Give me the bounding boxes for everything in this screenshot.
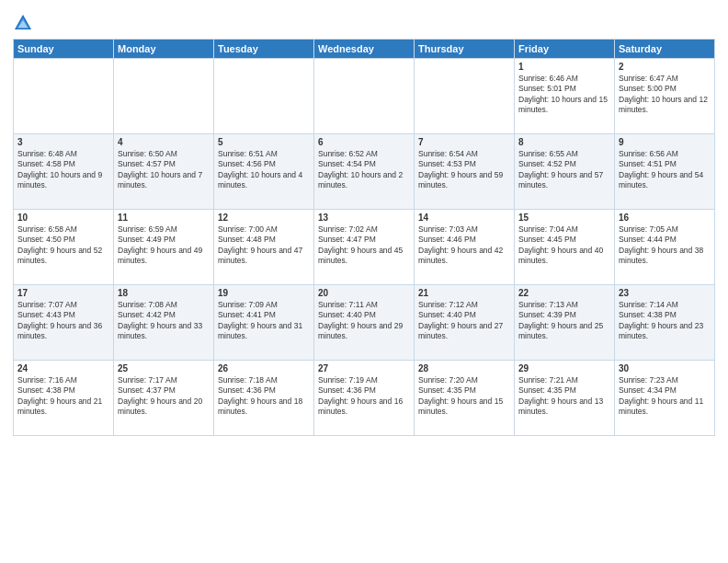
day-cell: 9Sunrise: 6:56 AM Sunset: 4:51 PM Daylig… <box>615 134 715 210</box>
day-number: 15 <box>518 213 610 223</box>
day-number: 25 <box>118 363 210 373</box>
day-number: 18 <box>118 288 210 298</box>
day-cell: 1Sunrise: 6:46 AM Sunset: 5:01 PM Daylig… <box>515 59 615 134</box>
col-header-monday: Monday <box>114 40 214 59</box>
day-number: 11 <box>118 213 210 223</box>
week-row-3: 10Sunrise: 6:58 AM Sunset: 4:50 PM Dayli… <box>14 210 715 285</box>
day-info: Sunrise: 7:17 AM Sunset: 4:37 PM Dayligh… <box>118 375 202 416</box>
day-number: 14 <box>418 213 510 223</box>
day-info: Sunrise: 7:05 AM Sunset: 4:44 PM Dayligh… <box>619 224 703 265</box>
col-header-wednesday: Wednesday <box>314 40 415 59</box>
day-info: Sunrise: 7:04 AM Sunset: 4:45 PM Dayligh… <box>518 224 603 265</box>
day-number: 23 <box>619 288 711 298</box>
day-cell: 6Sunrise: 6:52 AM Sunset: 4:54 PM Daylig… <box>314 134 415 210</box>
day-number: 2 <box>619 62 711 72</box>
day-number: 22 <box>518 288 610 298</box>
day-info: Sunrise: 6:47 AM Sunset: 5:00 PM Dayligh… <box>619 74 708 114</box>
day-cell: 10Sunrise: 6:58 AM Sunset: 4:50 PM Dayli… <box>14 210 114 285</box>
day-number: 3 <box>17 137 109 147</box>
day-cell: 20Sunrise: 7:11 AM Sunset: 4:40 PM Dayli… <box>314 285 415 361</box>
day-number: 20 <box>318 288 410 298</box>
calendar-table: SundayMondayTuesdayWednesdayThursdayFrid… <box>13 39 715 436</box>
day-cell: 26Sunrise: 7:18 AM Sunset: 4:36 PM Dayli… <box>214 361 314 436</box>
day-number: 29 <box>518 363 610 373</box>
day-cell <box>415 59 515 134</box>
day-cell: 25Sunrise: 7:17 AM Sunset: 4:37 PM Dayli… <box>114 361 214 436</box>
day-cell <box>314 59 415 134</box>
week-row-2: 3Sunrise: 6:48 AM Sunset: 4:58 PM Daylig… <box>14 134 715 210</box>
day-number: 26 <box>218 363 310 373</box>
day-info: Sunrise: 7:07 AM Sunset: 4:43 PM Dayligh… <box>17 300 102 340</box>
day-number: 4 <box>118 137 210 147</box>
day-cell: 21Sunrise: 7:12 AM Sunset: 4:40 PM Dayli… <box>415 285 515 361</box>
day-number: 10 <box>17 213 109 223</box>
day-cell <box>14 59 114 134</box>
col-header-tuesday: Tuesday <box>214 40 314 59</box>
day-info: Sunrise: 7:18 AM Sunset: 4:36 PM Dayligh… <box>218 375 302 416</box>
day-cell: 29Sunrise: 7:21 AM Sunset: 4:35 PM Dayli… <box>515 361 615 436</box>
day-cell: 11Sunrise: 6:59 AM Sunset: 4:49 PM Dayli… <box>114 210 214 285</box>
day-number: 27 <box>318 363 410 373</box>
day-cell: 4Sunrise: 6:50 AM Sunset: 4:57 PM Daylig… <box>114 134 214 210</box>
page: SundayMondayTuesdayWednesdayThursdayFrid… <box>0 0 728 563</box>
day-cell: 18Sunrise: 7:08 AM Sunset: 4:42 PM Dayli… <box>114 285 214 361</box>
day-info: Sunrise: 6:55 AM Sunset: 4:52 PM Dayligh… <box>518 149 603 190</box>
day-info: Sunrise: 7:14 AM Sunset: 4:38 PM Dayligh… <box>619 300 703 340</box>
day-number: 13 <box>318 213 410 223</box>
day-info: Sunrise: 7:16 AM Sunset: 4:38 PM Dayligh… <box>17 375 102 416</box>
day-info: Sunrise: 7:11 AM Sunset: 4:40 PM Dayligh… <box>318 300 403 340</box>
day-info: Sunrise: 7:12 AM Sunset: 4:40 PM Dayligh… <box>418 300 503 340</box>
day-number: 17 <box>17 288 109 298</box>
logo-icon <box>13 13 33 33</box>
day-number: 12 <box>218 213 310 223</box>
day-number: 28 <box>418 363 510 373</box>
day-cell: 7Sunrise: 6:54 AM Sunset: 4:53 PM Daylig… <box>415 134 515 210</box>
day-cell: 2Sunrise: 6:47 AM Sunset: 5:00 PM Daylig… <box>615 59 715 134</box>
day-number: 24 <box>17 363 109 373</box>
day-cell: 23Sunrise: 7:14 AM Sunset: 4:38 PM Dayli… <box>615 285 715 361</box>
week-row-1: 1Sunrise: 6:46 AM Sunset: 5:01 PM Daylig… <box>14 59 715 134</box>
day-info: Sunrise: 6:46 AM Sunset: 5:01 PM Dayligh… <box>518 74 608 114</box>
logo <box>13 13 37 33</box>
day-cell: 17Sunrise: 7:07 AM Sunset: 4:43 PM Dayli… <box>14 285 114 361</box>
day-number: 6 <box>318 137 410 147</box>
day-number: 8 <box>518 137 610 147</box>
day-info: Sunrise: 6:56 AM Sunset: 4:51 PM Dayligh… <box>619 149 703 190</box>
day-number: 21 <box>418 288 510 298</box>
day-number: 1 <box>518 62 610 72</box>
day-number: 16 <box>619 213 711 223</box>
header <box>13 9 715 33</box>
header-row: SundayMondayTuesdayWednesdayThursdayFrid… <box>14 40 715 59</box>
day-number: 7 <box>418 137 510 147</box>
col-header-thursday: Thursday <box>415 40 515 59</box>
day-info: Sunrise: 7:03 AM Sunset: 4:46 PM Dayligh… <box>418 224 503 265</box>
day-info: Sunrise: 7:21 AM Sunset: 4:35 PM Dayligh… <box>518 375 603 416</box>
day-info: Sunrise: 6:54 AM Sunset: 4:53 PM Dayligh… <box>418 149 503 190</box>
day-cell: 16Sunrise: 7:05 AM Sunset: 4:44 PM Dayli… <box>615 210 715 285</box>
day-info: Sunrise: 7:23 AM Sunset: 4:34 PM Dayligh… <box>619 375 703 416</box>
day-info: Sunrise: 7:19 AM Sunset: 4:36 PM Dayligh… <box>318 375 403 416</box>
day-cell: 13Sunrise: 7:02 AM Sunset: 4:47 PM Dayli… <box>314 210 415 285</box>
day-cell: 28Sunrise: 7:20 AM Sunset: 4:35 PM Dayli… <box>415 361 515 436</box>
col-header-friday: Friday <box>515 40 615 59</box>
day-info: Sunrise: 6:50 AM Sunset: 4:57 PM Dayligh… <box>118 149 202 190</box>
day-cell: 15Sunrise: 7:04 AM Sunset: 4:45 PM Dayli… <box>515 210 615 285</box>
day-info: Sunrise: 6:58 AM Sunset: 4:50 PM Dayligh… <box>17 224 102 265</box>
day-info: Sunrise: 6:51 AM Sunset: 4:56 PM Dayligh… <box>218 149 302 190</box>
day-cell <box>114 59 214 134</box>
day-cell: 14Sunrise: 7:03 AM Sunset: 4:46 PM Dayli… <box>415 210 515 285</box>
day-cell: 19Sunrise: 7:09 AM Sunset: 4:41 PM Dayli… <box>214 285 314 361</box>
day-number: 5 <box>218 137 310 147</box>
day-cell: 24Sunrise: 7:16 AM Sunset: 4:38 PM Dayli… <box>14 361 114 436</box>
day-info: Sunrise: 7:02 AM Sunset: 4:47 PM Dayligh… <box>318 224 403 265</box>
col-header-sunday: Sunday <box>14 40 114 59</box>
day-info: Sunrise: 6:52 AM Sunset: 4:54 PM Dayligh… <box>318 149 403 190</box>
day-number: 19 <box>218 288 310 298</box>
day-cell: 27Sunrise: 7:19 AM Sunset: 4:36 PM Dayli… <box>314 361 415 436</box>
day-cell: 3Sunrise: 6:48 AM Sunset: 4:58 PM Daylig… <box>14 134 114 210</box>
day-cell: 30Sunrise: 7:23 AM Sunset: 4:34 PM Dayli… <box>615 361 715 436</box>
week-row-5: 24Sunrise: 7:16 AM Sunset: 4:38 PM Dayli… <box>14 361 715 436</box>
day-cell: 5Sunrise: 6:51 AM Sunset: 4:56 PM Daylig… <box>214 134 314 210</box>
day-info: Sunrise: 7:00 AM Sunset: 4:48 PM Dayligh… <box>218 224 302 265</box>
col-header-saturday: Saturday <box>615 40 715 59</box>
